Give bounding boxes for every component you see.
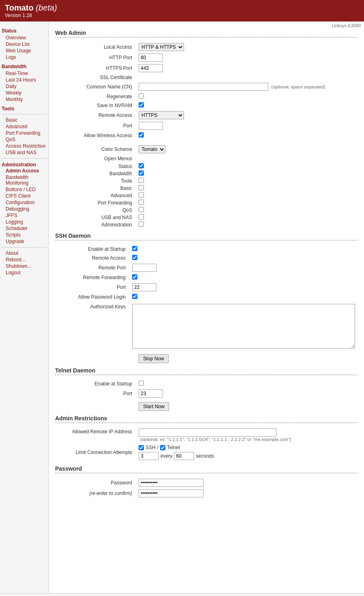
telnet-enable-startup-label: Enable at Startup	[55, 379, 136, 388]
open-menus-usbnas-checkbox[interactable]	[139, 214, 144, 219]
sidebar-status-label[interactable]: Status	[2, 28, 47, 34]
ssh-remote-fwd-checkbox[interactable]	[132, 274, 137, 280]
sidebar-item-logs[interactable]: Logs	[2, 54, 47, 60]
sidebar-item-monthly[interactable]: Monthly	[2, 96, 47, 103]
ssh-enable-startup-checkbox[interactable]	[132, 246, 137, 251]
open-menus-admin-checkbox[interactable]	[139, 222, 144, 227]
open-menus-basic-checkbox[interactable]	[139, 185, 144, 190]
sidebar-item-cifs-client[interactable]: CIFS Client	[2, 193, 47, 199]
sidebar-item-daily[interactable]: Daily	[2, 83, 47, 90]
sidebar-item-overview[interactable]: Overview	[2, 34, 47, 41]
stop-now-button[interactable]: Stop Now	[139, 354, 169, 363]
sidebar-item-debugging[interactable]: Debugging	[2, 206, 47, 212]
sidebar-item-last24[interactable]: Last 24 Hours	[2, 77, 47, 83]
open-menus-status: Status	[55, 163, 358, 170]
common-name-input[interactable]	[139, 83, 268, 91]
sidebar-item-upgrade[interactable]: Upgrade	[2, 238, 47, 245]
ssh-port-input[interactable]	[132, 283, 156, 291]
telnet-enable-startup-row: Enable at Startup	[55, 379, 358, 388]
limit-ssh-checkbox[interactable]	[139, 445, 144, 450]
sidebar-item-realtime[interactable]: Real-Time	[2, 70, 47, 77]
regenerate-checkbox[interactable]	[139, 93, 144, 99]
open-menus-portfwd-label: Port Forwarding	[55, 199, 136, 207]
allowed-remote-ip-row: Allowed Remote IP Address (optional; ex:…	[55, 427, 358, 443]
password-confirm-input[interactable]	[139, 489, 203, 497]
telnet-enable-startup-checkbox[interactable]	[139, 381, 144, 386]
sidebar-item-logging[interactable]: Logging	[2, 219, 47, 225]
sidebar-item-usb-nas[interactable]: USB and NAS	[2, 149, 47, 156]
password-input[interactable]	[139, 479, 203, 487]
ssl-cert-row: SSL Certificate	[55, 73, 358, 82]
sidebar-item-shutdown[interactable]: Shutdown...	[2, 263, 47, 269]
sidebar-item-jffs[interactable]: JFFS	[2, 212, 47, 219]
sidebar: Status Overview Device List Web Usage Lo…	[0, 22, 49, 593]
open-menus-basic-label: Basic	[55, 185, 136, 192]
open-menus-portfwd-checkbox[interactable]	[139, 200, 144, 205]
sidebar-tools-label[interactable]: Tools	[2, 106, 47, 112]
common-name-hint: (optional; space separated)	[271, 84, 325, 89]
allowed-remote-ip-input[interactable]	[139, 428, 276, 437]
sidebar-item-advanced[interactable]: Advanced	[2, 123, 47, 130]
telnet-port-input[interactable]	[139, 389, 163, 398]
sidebar-item-port-forwarding[interactable]: Port Forwarding	[2, 130, 47, 136]
sidebar-item-logout[interactable]: Logout	[2, 269, 47, 276]
https-port-row: HTTPS Port	[55, 63, 358, 73]
open-menus-table: Status Bandwidth Tools Basic Advanced Po…	[55, 163, 358, 228]
sidebar-item-reboot[interactable]: Reboot...	[2, 256, 47, 263]
http-port-label: HTTP Port	[55, 52, 136, 63]
sidebar-item-admin-access[interactable]: Admin Access	[2, 168, 47, 174]
open-menus-tools-checkbox[interactable]	[139, 178, 144, 183]
common-name-row: Common Name (CN) (optional; space separa…	[55, 82, 358, 92]
password-confirm-label: (re-enter to confirm)	[55, 488, 136, 499]
sidebar-item-configuration[interactable]: Configuration	[2, 199, 47, 206]
http-port-input[interactable]	[139, 54, 163, 62]
sidebar-item-buttons-led[interactable]: Buttons / LED	[2, 186, 47, 193]
open-menus-status-checkbox[interactable]	[139, 163, 144, 168]
sidebar-item-web-usage[interactable]: Web Usage	[2, 47, 47, 54]
ssh-remote-port-input[interactable]	[132, 264, 156, 272]
regenerate-row: Regenerate	[55, 92, 358, 101]
password-confirm-row: (re-enter to confirm)	[55, 488, 358, 499]
remote-access-label: Remote Access	[55, 110, 136, 120]
save-nvram-checkbox[interactable]	[139, 102, 144, 108]
open-menus-advanced-checkbox[interactable]	[139, 192, 144, 198]
ssh-remote-port-label: Remote Port	[55, 262, 130, 273]
sidebar-item-device-list[interactable]: Device List	[2, 41, 47, 47]
open-menus-bandwidth-label: Bandwidth	[55, 170, 136, 177]
local-access-select[interactable]: HTTP & HTTPS HTTP HTTPS	[139, 43, 184, 51]
allow-wireless-checkbox[interactable]	[139, 132, 144, 138]
password-form: Password (re-enter to confirm)	[55, 478, 358, 499]
sidebar-item-bandwidth-monitoring[interactable]: Bandwidth Monitoring	[2, 174, 47, 186]
sidebar-item-weekly[interactable]: Weekly	[2, 90, 47, 96]
open-menus-qos-checkbox[interactable]	[139, 207, 144, 212]
start-now-button[interactable]: Start Now	[139, 402, 169, 411]
open-menus-label: Open Menus	[55, 155, 136, 163]
limit-telnet-checkbox[interactable]	[160, 445, 165, 450]
remote-port-input[interactable]	[139, 122, 163, 130]
open-menus-bandwidth-checkbox[interactable]	[139, 170, 144, 176]
ssh-allow-password-checkbox[interactable]	[132, 294, 137, 299]
ssh-auth-keys-textarea[interactable]	[132, 304, 355, 349]
sidebar-bandwidth-label[interactable]: Bandwidth	[2, 64, 47, 69]
https-port-input[interactable]	[139, 64, 163, 72]
sidebar-item-access-restriction[interactable]: Access Restriction	[2, 143, 47, 149]
remote-access-select[interactable]: HTTPS HTTP HTTP & HTTPS Disabled	[139, 111, 184, 119]
sidebar-item-basic[interactable]: Basic	[2, 117, 47, 123]
ssh-remote-access-checkbox[interactable]	[132, 255, 137, 260]
password-row: Password	[55, 478, 358, 488]
sidebar-administration-label[interactable]: Administration	[2, 162, 47, 168]
sidebar-item-scheduler[interactable]: Scheduler	[2, 225, 47, 232]
open-menus-label-row: Open Menus	[55, 155, 358, 163]
limit-seconds-label: seconds	[196, 453, 214, 459]
ssh-allow-password-row: Allow Password Login	[55, 293, 358, 301]
ssh-auth-keys-row: Authorized Keys	[55, 301, 358, 351]
limit-seconds-input[interactable]	[174, 452, 194, 460]
open-menus-status-label: Status	[55, 163, 136, 170]
sidebar-item-scripts[interactable]: Scripts	[2, 232, 47, 238]
limit-count-input[interactable]	[139, 452, 159, 460]
limit-telnet-label: Telnet	[167, 445, 180, 450]
local-access-row: Local Access HTTP & HTTPS HTTP HTTPS	[55, 42, 358, 52]
color-scheme-select[interactable]: Tomato Classic Blue	[139, 145, 165, 153]
sidebar-item-about[interactable]: About	[2, 250, 47, 256]
sidebar-item-qos[interactable]: QoS	[2, 136, 47, 143]
